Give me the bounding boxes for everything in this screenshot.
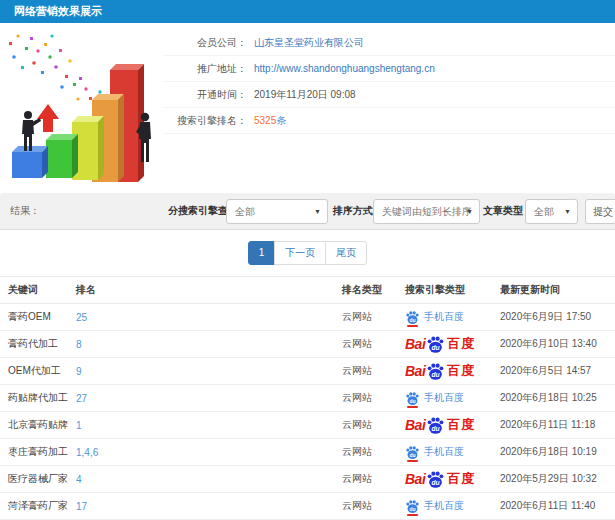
cell-updated: 2020年6月11日 11:18 <box>492 412 615 439</box>
result-label: 结果： <box>10 193 40 229</box>
col-engine-type: 搜索引擎类型 <box>397 277 492 304</box>
rank-link[interactable]: 1 <box>76 420 82 431</box>
paw-underline <box>407 406 418 408</box>
up-arrow <box>37 104 59 132</box>
last-page-button[interactable]: 尾页 <box>325 241 367 265</box>
svg-text:du: du <box>432 479 440 486</box>
cell-rank-type: 云网站 <box>334 331 397 358</box>
rank-link[interactable]: 17 <box>76 501 87 512</box>
rank-count-unit-link[interactable]: 条 <box>276 115 286 126</box>
baidu-logo: Bai du 百度 <box>405 470 475 489</box>
rank-link[interactable]: 9 <box>76 366 82 377</box>
cell-rank-type: 云网站 <box>334 412 397 439</box>
rank-count-value: 5325 <box>254 115 276 126</box>
next-page-button[interactable]: 下一页 <box>274 241 326 265</box>
svg-text:du: du <box>432 344 440 351</box>
baidu-paw-icon: du <box>426 416 445 435</box>
cell-rank-type: 云网站 <box>334 304 397 331</box>
chevron-down-icon: ▼ <box>466 200 473 223</box>
rank-link[interactable]: 8 <box>76 339 82 350</box>
cell-rank-type: 云网站 <box>334 358 397 385</box>
company-link[interactable]: 山东皇圣堂药业有限公司 <box>254 37 364 48</box>
sort-select[interactable]: 关键词由短到长排序 ▼ <box>373 199 480 224</box>
confetti-dots <box>9 34 102 108</box>
svg-text:du: du <box>432 371 440 378</box>
baidu-bai-text: Bai <box>405 417 425 433</box>
table-row: 菏泽膏药厂家 17 云网站 du 手机百度 Bai du 百度 2020年6月1… <box>0 493 615 520</box>
cell-rank-type: 云网站 <box>334 493 397 520</box>
page-title: 网络营销效果展示 <box>14 0 102 23</box>
info-row-open-time: 开通时间：2019年11月20日 09:08 <box>163 82 615 108</box>
table-row: 北京膏药贴牌 1 云网站 du 手机百度 Bai du 百度 2020年6月11… <box>0 412 615 439</box>
mobile-baidu-label: 手机百度 <box>424 445 464 459</box>
cell-rank: 1 <box>68 412 334 439</box>
filter-bar: 结果： 分搜索引擎查看 全部 ▼ 排序方式 关键词由短到长排序 ▼ 文章类型 全… <box>0 193 615 230</box>
baidu-paw-icon: du <box>405 310 420 325</box>
rank-link[interactable]: 27 <box>76 393 87 404</box>
cell-engine: du 手机百度 Bai du 百度 <box>397 385 492 412</box>
svg-text:du: du <box>432 425 440 432</box>
chevron-down-icon: ▼ <box>564 200 571 223</box>
growth-chart-illustration <box>0 28 185 190</box>
table-header-row: 关键词 排名 排名类型 搜索引擎类型 最新更新时间 <box>0 277 615 304</box>
mobile-baidu-label: 手机百度 <box>424 391 464 405</box>
page-1-button[interactable]: 1 <box>248 241 276 265</box>
cell-updated: 2020年6月5日 14:57 <box>492 358 615 385</box>
cell-rank-type: 云网站 <box>334 439 397 466</box>
cell-updated: 2020年6月18日 10:25 <box>492 385 615 412</box>
col-keyword: 关键词 <box>0 277 68 304</box>
rank-link[interactable]: 1,4,6 <box>76 447 98 458</box>
titlebar: 网络营销效果展示 <box>0 0 615 23</box>
open-time-value: 2019年11月20日 09:08 <box>254 89 356 100</box>
chevron-down-icon: ▼ <box>314 200 321 223</box>
svg-text:du: du <box>409 397 415 403</box>
cell-rank: 8 <box>68 331 334 358</box>
promo-url-link[interactable]: http://www.shandonghuangshengtang.cn <box>254 63 435 74</box>
paw-underline <box>407 514 418 516</box>
cell-keyword: OEM代加工 <box>0 358 68 385</box>
paw-underline <box>407 325 418 327</box>
mobile-baidu-logo: du 手机百度 <box>405 445 464 460</box>
member-info-panel: 会员公司：山东皇圣堂药业有限公司 推广地址：http://www.shandon… <box>163 30 615 134</box>
baidu-suffix-text: 百度 <box>447 335 475 353</box>
table-row: 枣庄膏药加工 1,4,6 云网站 du 手机百度 Bai du 百度 2020年… <box>0 439 615 466</box>
engine-filter-select[interactable]: 全部 ▼ <box>226 199 328 224</box>
mobile-baidu-logo: du 手机百度 <box>405 499 464 514</box>
baidu-suffix-text: 百度 <box>447 470 475 488</box>
cell-keyword: 菏泽膏药厂家 <box>0 493 68 520</box>
cell-engine: du 手机百度 Bai du 百度 <box>397 358 492 385</box>
baidu-suffix-text: 百度 <box>447 416 475 434</box>
svg-text:du: du <box>409 451 415 457</box>
person-left <box>22 111 41 151</box>
sort-label: 排序方式 <box>333 193 373 229</box>
pagination: 1下一页尾页 <box>0 230 615 276</box>
info-row-company: 会员公司：山东皇圣堂药业有限公司 <box>163 30 615 56</box>
article-type-value: 全部 <box>534 206 554 217</box>
baidu-paw-icon: du <box>405 391 420 406</box>
rank-link[interactable]: 4 <box>76 474 82 485</box>
cell-engine: du 手机百度 Bai du 百度 <box>397 412 492 439</box>
cell-updated: 2020年6月11日 11:40 <box>492 493 615 520</box>
cell-engine: du 手机百度 Bai du 百度 <box>397 493 492 520</box>
promo-url-label: 推广地址： <box>163 56 247 82</box>
col-rank-type: 排名类型 <box>334 277 397 304</box>
cell-rank: 17 <box>68 493 334 520</box>
engine-filter-value: 全部 <box>235 206 255 217</box>
sort-value: 关键词由短到长排序 <box>382 206 472 217</box>
page: 网络营销效果展示 <box>0 0 615 520</box>
cell-engine: du 手机百度 Bai du 百度 <box>397 439 492 466</box>
baidu-paw-icon: du <box>426 335 445 354</box>
baidu-bai-text: Bai <box>405 363 425 379</box>
cell-engine: du 手机百度 Bai du 百度 <box>397 466 492 493</box>
cell-rank-type: 云网站 <box>334 385 397 412</box>
baidu-paw-icon: du <box>426 470 445 489</box>
col-updated: 最新更新时间 <box>492 277 615 304</box>
cell-rank: 25 <box>68 304 334 331</box>
baidu-bai-text: Bai <box>405 336 425 352</box>
baidu-paw-icon: du <box>426 362 445 381</box>
rank-link[interactable]: 25 <box>76 312 87 323</box>
article-type-select[interactable]: 全部 ▼ <box>525 199 578 224</box>
cell-updated: 2020年5月29日 10:32 <box>492 466 615 493</box>
submit-button[interactable]: 提交 <box>585 199 615 224</box>
cell-rank: 9 <box>68 358 334 385</box>
